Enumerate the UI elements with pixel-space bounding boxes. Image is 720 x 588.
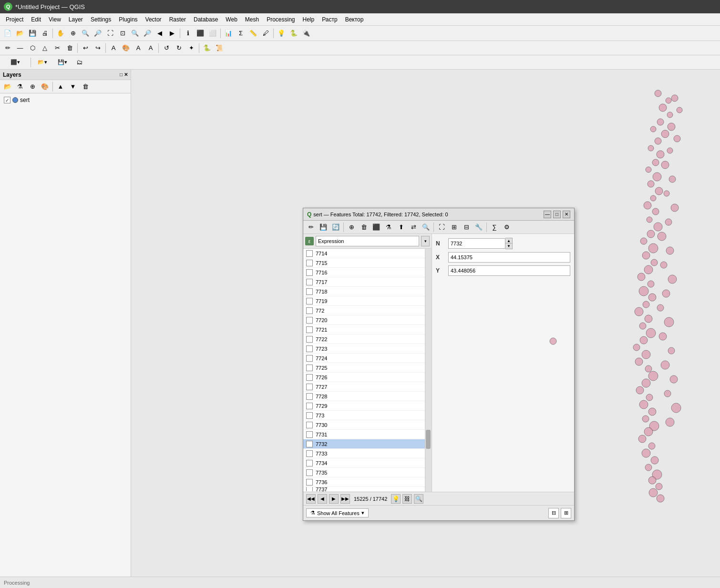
menu-rastr[interactable]: Растр xyxy=(318,15,341,24)
layers-close-btn[interactable]: ✕ xyxy=(124,72,128,77)
digitize-btn[interactable]: — xyxy=(14,42,26,54)
zoom-native-btn[interactable]: 🔎 xyxy=(142,28,153,39)
menu-database[interactable]: Database xyxy=(190,15,222,24)
open-project-btn[interactable]: 📂 xyxy=(14,28,26,39)
zoom-to-feature-btn[interactable]: ⛶ xyxy=(436,222,447,233)
zoom-last-btn[interactable]: ◀ xyxy=(154,28,165,39)
feature-check-7724[interactable] xyxy=(306,355,313,362)
layer-checkbox-sert[interactable]: ✓ xyxy=(4,97,10,103)
filter-btn[interactable]: 📂▾ xyxy=(33,57,52,68)
feature-check-773[interactable] xyxy=(306,412,313,419)
feature-row-7722[interactable]: 7722 xyxy=(303,335,425,344)
reload-btn[interactable]: 🔄 xyxy=(330,222,341,233)
feature-check-7726[interactable] xyxy=(306,374,313,381)
feature-check-7729[interactable] xyxy=(306,403,313,409)
feature-row-773[interactable]: 773 xyxy=(303,411,425,420)
feature-row-7729[interactable]: 7729 xyxy=(303,401,425,411)
reshape-btn[interactable]: △ xyxy=(39,42,51,54)
pan-map-to-selection-btn[interactable]: ⊕ xyxy=(67,28,79,39)
node-tool-btn[interactable]: ⬡ xyxy=(27,42,38,54)
feature-check-7720[interactable] xyxy=(306,317,313,324)
feature-check-7737[interactable] xyxy=(306,487,313,492)
feature-check-7732[interactable] xyxy=(306,441,313,447)
nav-first-btn[interactable]: ◀◀ xyxy=(306,494,316,504)
edit-pencil-btn[interactable]: ✏ xyxy=(2,42,13,54)
layers-minimize-btn[interactable]: □ xyxy=(120,72,123,77)
feature-row-7733[interactable]: 7733 xyxy=(303,449,425,458)
delete-btn[interactable]: 🗑 xyxy=(64,42,75,54)
new-attribute-btn[interactable]: ⊞ xyxy=(448,222,460,233)
move-up-btn[interactable]: ▲ xyxy=(55,81,66,92)
redo-btn[interactable]: ↪ xyxy=(92,42,103,54)
list-scrollbar[interactable] xyxy=(425,249,432,492)
feature-check-7716[interactable] xyxy=(306,269,313,276)
spatial-btn[interactable]: 🗂 xyxy=(73,57,85,68)
menu-web[interactable]: Web xyxy=(222,15,241,24)
feature-check-7730[interactable] xyxy=(306,422,313,428)
map-canvas[interactable]: Q sert — Features Total: 17742, Filtered… xyxy=(131,70,720,577)
feature-check-7719[interactable] xyxy=(306,298,313,304)
menu-mesh[interactable]: Mesh xyxy=(241,15,263,24)
label-btn[interactable]: A xyxy=(108,42,119,54)
feature-row-772[interactable]: 772 xyxy=(303,306,425,315)
feature-check-7736[interactable] xyxy=(306,479,313,486)
feature-row-7736[interactable]: 7736 xyxy=(303,477,425,487)
feature-check-7718[interactable] xyxy=(306,288,313,295)
feature-row-7723[interactable]: 7723 xyxy=(303,344,425,354)
tips-btn[interactable]: 💡 xyxy=(276,28,287,39)
feature-check-7714[interactable] xyxy=(306,250,313,257)
label2-btn[interactable]: A xyxy=(133,42,144,54)
zoom-selection-btn[interactable]: 🔍 xyxy=(129,28,141,39)
move-feature-btn[interactable]: ✦ xyxy=(185,42,197,54)
feature-row-7724[interactable]: 7724 xyxy=(303,354,425,363)
feature-row-7717[interactable]: 7717 xyxy=(303,277,425,287)
rotate-btn[interactable]: ↺ xyxy=(161,42,172,54)
open-table-btn[interactable]: 📊 xyxy=(223,28,234,39)
zoom-highlight-btn[interactable]: 🔍 xyxy=(414,494,423,504)
feature-row-7734[interactable]: 7734 xyxy=(303,458,425,468)
feature-check-7722[interactable] xyxy=(306,336,313,343)
feature-check-7723[interactable] xyxy=(306,345,313,352)
select-all-btn[interactable]: ⬛ xyxy=(370,222,382,233)
feature-row-7730[interactable]: 7730 xyxy=(303,420,425,430)
feature-row-7720[interactable]: 7720 xyxy=(303,315,425,325)
feature-row-7727[interactable]: 7727 xyxy=(303,382,425,392)
menu-help[interactable]: Help xyxy=(299,15,319,24)
feature-check-7721[interactable] xyxy=(306,326,313,333)
select-features-btn[interactable]: ⬛ xyxy=(195,28,206,39)
feature-check-7735[interactable] xyxy=(306,469,313,476)
feature-check-7728[interactable] xyxy=(306,393,313,400)
menu-layer[interactable]: Layer xyxy=(65,15,87,24)
log-btn[interactable]: 📜 xyxy=(214,42,225,54)
feature-row-7735[interactable]: 7735 xyxy=(303,468,425,477)
save-project-btn[interactable]: 💾 xyxy=(27,28,38,39)
filter-features-btn[interactable]: ⚗ xyxy=(383,222,394,233)
style-btn[interactable]: 🎨 xyxy=(120,42,132,54)
measure-btn[interactable]: 📏 xyxy=(247,28,259,39)
feature-row-7726[interactable]: 7726 xyxy=(303,373,425,382)
pan-map-btn[interactable]: ✋ xyxy=(55,28,66,39)
feature-check-7734[interactable] xyxy=(306,460,313,466)
feature-row-7721[interactable]: 7721 xyxy=(303,325,425,335)
filter-layer-btn[interactable]: ⚗ xyxy=(14,81,26,92)
select-loc-btn[interactable]: ⬛▾ xyxy=(2,57,29,68)
undo-btn[interactable]: ↩ xyxy=(80,42,91,54)
nav-last-btn[interactable]: ▶▶ xyxy=(340,494,350,504)
rotate2-btn[interactable]: ↻ xyxy=(173,42,185,54)
feature-row-7714[interactable]: 7714 xyxy=(303,249,425,258)
label3-btn[interactable]: A xyxy=(145,42,156,54)
python2-btn[interactable]: 🐍 xyxy=(201,42,213,54)
toggle-edit-btn[interactable]: ✏ xyxy=(305,222,317,233)
feature-check-772[interactable] xyxy=(306,307,313,314)
menu-settings[interactable]: Settings xyxy=(87,15,115,24)
move-down-btn[interactable]: ▼ xyxy=(67,81,79,92)
pan-to-feature-btn[interactable]: 🔍 xyxy=(420,222,432,233)
export-btn[interactable]: 💾▾ xyxy=(53,57,72,68)
deselect-btn[interactable]: ⬜ xyxy=(207,28,218,39)
layer-item-sert[interactable]: ✓ sert xyxy=(0,95,131,105)
feature-check-7727[interactable] xyxy=(306,384,313,390)
statistics-btn[interactable]: Σ xyxy=(235,28,247,39)
save-edits-btn[interactable]: 💾 xyxy=(318,222,329,233)
zoom-in-btn[interactable]: 🔍 xyxy=(80,28,91,39)
feature-row-7715[interactable]: 7715 xyxy=(303,258,425,268)
